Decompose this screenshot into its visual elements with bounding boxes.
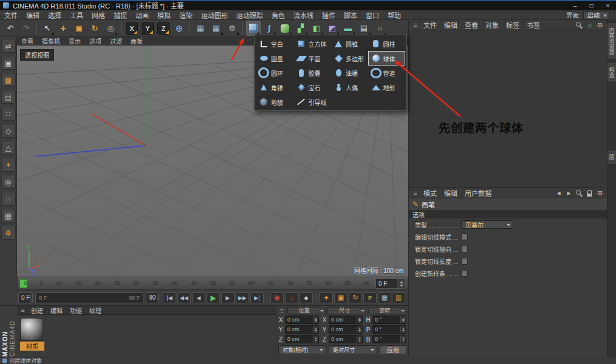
record-position-toggle[interactable]: +: [320, 292, 333, 303]
ruler-frame-field[interactable]: 0 F: [375, 278, 406, 289]
material-name[interactable]: 材质: [20, 342, 44, 351]
model-mode-button[interactable]: ▣: [1, 56, 16, 70]
enable-axis-button[interactable]: +: [1, 158, 16, 172]
side-tab[interactable]: 内容浏览器: [607, 22, 616, 59]
primitive-item[interactable]: 圆环: [256, 66, 293, 80]
redo-button[interactable]: ↷: [19, 21, 33, 36]
primitive-item[interactable]: 圆锥: [330, 36, 368, 51]
workplane-snap-button[interactable]: ▦: [1, 209, 16, 223]
menu-item[interactable]: 编辑: [22, 10, 44, 19]
menu-item[interactable]: 动画: [131, 10, 153, 19]
goto-start-button[interactable]: |◀: [163, 292, 176, 303]
side-tab[interactable]: 层: [607, 149, 616, 164]
material-menu-item[interactable]: 纹理: [86, 306, 105, 315]
menu-item[interactable]: 帮助: [383, 10, 405, 19]
coordinate-column-header[interactable]: 旋转: [368, 307, 406, 314]
material-thumbnail[interactable]: [20, 318, 43, 341]
spinner[interactable]: [400, 335, 406, 343]
menu-item[interactable]: 选择: [44, 10, 66, 19]
workplane-mode-button[interactable]: ▤: [1, 90, 16, 104]
viewport-menu-item[interactable]: 过滤: [106, 37, 126, 46]
menu-item[interactable]: 运动图形: [197, 10, 232, 19]
object-manager-menu-item[interactable]: 查看: [461, 20, 482, 30]
spinner[interactable]: [397, 279, 405, 288]
edges-mode-button[interactable]: ◇: [1, 124, 16, 138]
spinner[interactable]: [357, 326, 362, 333]
object-manager-menu-item[interactable]: 标签: [502, 20, 523, 30]
menu-item[interactable]: 窗口: [361, 10, 383, 19]
attribute-manager-menu-item[interactable]: 模式: [420, 188, 440, 198]
history-back-icon[interactable]: [554, 189, 563, 198]
object-manager-menu-item[interactable]: 对象: [482, 20, 502, 30]
rotate-tool[interactable]: ↻: [87, 21, 102, 36]
menu-item[interactable]: 运动跟踪: [232, 10, 267, 19]
search-icon[interactable]: [575, 189, 584, 198]
menu-item[interactable]: 渲染: [175, 10, 197, 19]
material-list[interactable]: 材质: [17, 315, 276, 357]
primitive-item[interactable]: 多边形: [330, 51, 368, 66]
add-environment-button[interactable]: ▬: [341, 21, 355, 36]
timeline-settings-button[interactable]: ▥: [392, 292, 405, 303]
primitive-item[interactable]: 空白: [256, 36, 293, 51]
material-menu-item[interactable]: 编辑: [47, 306, 66, 315]
record-scale-toggle[interactable]: ▣: [334, 292, 347, 303]
attribute-checkbox[interactable]: [461, 246, 468, 252]
spinner[interactable]: [313, 335, 318, 343]
menu-item[interactable]: 文件: [0, 10, 22, 19]
layout-grid-icon[interactable]: [595, 21, 604, 30]
panel-menu-icon[interactable]: [411, 21, 420, 30]
panel-menu-icon[interactable]: [278, 306, 286, 315]
search-icon[interactable]: [575, 21, 584, 30]
keyframe-selection-button[interactable]: ◆: [299, 292, 313, 303]
object-manager-menu-item[interactable]: 书签: [523, 20, 544, 30]
primitive-item[interactable]: 胶囊: [293, 66, 331, 80]
attribute-manager-menu-item[interactable]: 用户数据: [461, 188, 495, 198]
lock-x-axis-button[interactable]: X: [126, 22, 138, 35]
add-boole-button[interactable]: ◧: [309, 21, 324, 36]
scale-tool[interactable]: ▣: [72, 21, 86, 36]
primitive-item[interactable]: 立方体: [293, 36, 331, 51]
object-manager-menu-item[interactable]: 文件: [420, 20, 440, 30]
primitive-item[interactable]: 圆盘: [256, 51, 293, 66]
primitive-item[interactable]: 角锥: [256, 80, 293, 95]
primitive-item[interactable]: 宝石: [293, 80, 331, 95]
options-section-header[interactable]: 选项: [409, 211, 607, 218]
points-mode-button[interactable]: ∷: [1, 107, 16, 121]
viewport-menu-item[interactable]: 查看: [17, 37, 38, 46]
record-pla-toggle[interactable]: ▦: [378, 292, 391, 303]
viewport-solo-button[interactable]: ◎: [1, 175, 16, 189]
apply-button[interactable]: 应用: [380, 345, 407, 354]
coordinate-column-header[interactable]: 尺寸: [327, 307, 366, 314]
coordinate-input[interactable]: 0 °: [372, 325, 406, 334]
lock-y-axis-button[interactable]: Y: [142, 22, 154, 35]
attribute-checkbox[interactable]: [461, 258, 468, 265]
current-frame-field[interactable]: 0 F: [18, 292, 33, 303]
menu-item[interactable]: 网格: [87, 10, 109, 19]
quantize-button[interactable]: ⚙: [1, 226, 16, 240]
texture-mode-button[interactable]: ▩: [1, 73, 16, 87]
add-subdivision-surface-button[interactable]: [278, 21, 292, 36]
prev-key-button[interactable]: ◀◀: [177, 292, 191, 303]
add-deformer-button[interactable]: ◩: [325, 21, 340, 36]
primitive-item[interactable]: 管道: [368, 66, 406, 80]
history-forward-icon[interactable]: [564, 189, 573, 198]
prev-frame-button[interactable]: ◀: [192, 292, 205, 303]
minimize-button[interactable]: –: [567, 1, 583, 10]
view-label[interactable]: 透视视图: [20, 49, 54, 61]
add-spline-button[interactable]: ∫: [262, 21, 276, 36]
polygons-mode-button[interactable]: △: [1, 141, 16, 155]
menu-item[interactable]: 捕捉: [109, 10, 131, 19]
side-tab[interactable]: 构造: [607, 62, 616, 83]
viewport-menu-item[interactable]: 面板: [126, 37, 147, 46]
menu-item[interactable]: 模拟: [153, 10, 175, 19]
menu-item[interactable]: 工具: [66, 10, 87, 19]
spinner[interactable]: [357, 316, 362, 323]
spinner[interactable]: [357, 335, 362, 343]
primitive-item[interactable]: 地貌: [256, 95, 293, 109]
coordinate-system-button[interactable]: ⊕: [172, 21, 187, 36]
add-primitive-button[interactable]: [246, 21, 261, 36]
primitive-item[interactable]: 地形: [368, 80, 406, 95]
viewport-menu-item[interactable]: 摄像机: [38, 37, 64, 46]
object-manager-body[interactable]: [409, 30, 607, 188]
material-menu-item[interactable]: 创建: [27, 306, 47, 315]
